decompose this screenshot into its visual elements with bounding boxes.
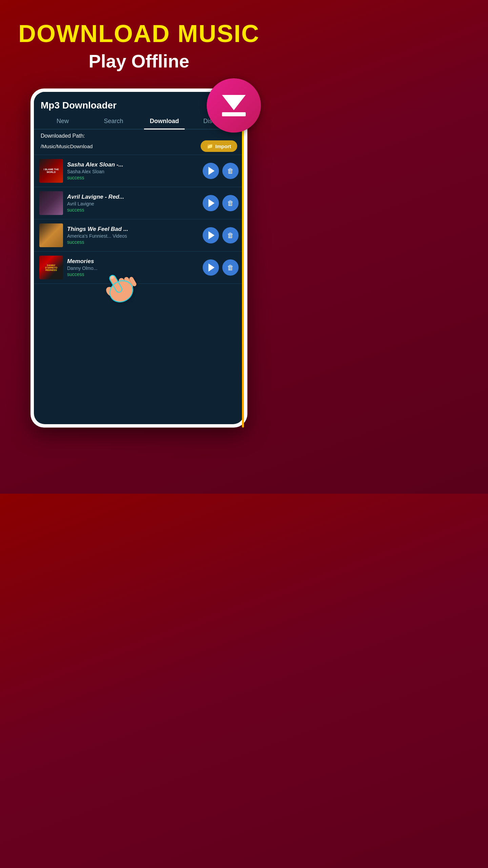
song-artist-2: Avril Lavigne: [67, 201, 199, 206]
import-icon: 📁: [207, 143, 213, 149]
app-title: Mp3 Downloader: [41, 100, 117, 111]
song-artist-1: Sasha Alex Sloan: [67, 169, 199, 174]
phone-container: Mp3 Downloader ... New Search Download: [30, 88, 247, 428]
trash-icon-1: 🗑: [227, 167, 234, 175]
song-info-2: Avril Lavigne - Red... Avril Lavigne suc…: [67, 194, 199, 213]
song-status-2: success: [67, 207, 199, 213]
path-row: /Music/MusicDownload 📁 Import: [41, 140, 237, 152]
tab-new[interactable]: New: [37, 114, 88, 129]
tab-search[interactable]: Search: [88, 114, 139, 129]
trash-icon-4: 🗑: [227, 264, 234, 272]
thumbnail-1: I BLAME THE WORLD: [39, 159, 63, 183]
yellow-accent-line: [242, 88, 244, 428]
import-button[interactable]: 📁 Import: [201, 140, 237, 152]
main-title: DOWNLOAD MUSIC: [14, 20, 264, 47]
song-actions-2: 🗑: [203, 195, 239, 211]
delete-button-4[interactable]: 🗑: [222, 259, 239, 276]
download-path-section: Downloaded Path: /Music/MusicDownload 📁 …: [34, 130, 244, 155]
song-actions-1: 🗑: [203, 163, 239, 179]
song-item-3: Things We Feel Bad ... America's Funnies…: [34, 219, 244, 252]
tab-download-label: Download: [150, 118, 179, 124]
import-label: Import: [215, 143, 231, 149]
header-section: DOWNLOAD MUSIC Play Offline: [0, 0, 278, 82]
page-background: DOWNLOAD MUSIC Play Offline Mp3 Download…: [0, 0, 278, 428]
play-button-3[interactable]: [203, 227, 219, 243]
song-info-3: Things We Feel Bad ... America's Funnies…: [67, 226, 199, 245]
tab-download[interactable]: Download: [139, 114, 190, 129]
play-icon-2: [208, 199, 215, 207]
hand-cursor-svg: [98, 263, 138, 308]
phone-screen: Mp3 Downloader ... New Search Download: [34, 92, 244, 424]
arrow-bar-shape: [222, 112, 246, 116]
delete-button-1[interactable]: 🗑: [222, 163, 239, 179]
song-info-1: Sasha Alex Sloan -... Sasha Alex Sloan s…: [67, 161, 199, 180]
phone-frame: Mp3 Downloader ... New Search Download: [30, 88, 247, 428]
song-title-3: Things We Feel Bad ...: [67, 226, 199, 233]
hand-cursor: [34, 257, 223, 318]
delete-button-2[interactable]: 🗑: [222, 195, 239, 211]
tab-search-label: Search: [104, 118, 123, 124]
tab-new-label: New: [57, 118, 69, 124]
thumbnail-3: [39, 223, 63, 247]
subtitle: Play Offline: [14, 51, 264, 72]
song-item-1: I BLAME THE WORLD Sasha Alex Sloan -... …: [34, 155, 244, 187]
song-item-2: Avril Lavigne - Red... Avril Lavigne suc…: [34, 187, 244, 219]
song-artist-3: America's Funniest... Videos: [67, 233, 199, 239]
song-status-1: success: [67, 175, 199, 180]
song-title-1: Sasha Alex Sloan -...: [67, 161, 199, 168]
song-actions-3: 🗑: [203, 227, 239, 243]
arrow-down-shape: [222, 95, 246, 110]
trash-icon-2: 🗑: [227, 199, 234, 207]
play-icon-1: [208, 167, 215, 175]
song-status-3: success: [67, 239, 199, 245]
delete-button-3[interactable]: 🗑: [222, 227, 239, 243]
path-value: /Music/MusicDownload: [41, 143, 93, 149]
download-badge: [207, 78, 261, 133]
play-button-2[interactable]: [203, 195, 219, 211]
play-icon-3: [208, 231, 215, 239]
song-title-2: Avril Lavigne - Red...: [67, 194, 199, 200]
path-label: Downloaded Path:: [41, 133, 237, 139]
trash-icon-3: 🗑: [227, 232, 234, 239]
thumbnail-2: [39, 191, 63, 215]
play-button-1[interactable]: [203, 163, 219, 179]
